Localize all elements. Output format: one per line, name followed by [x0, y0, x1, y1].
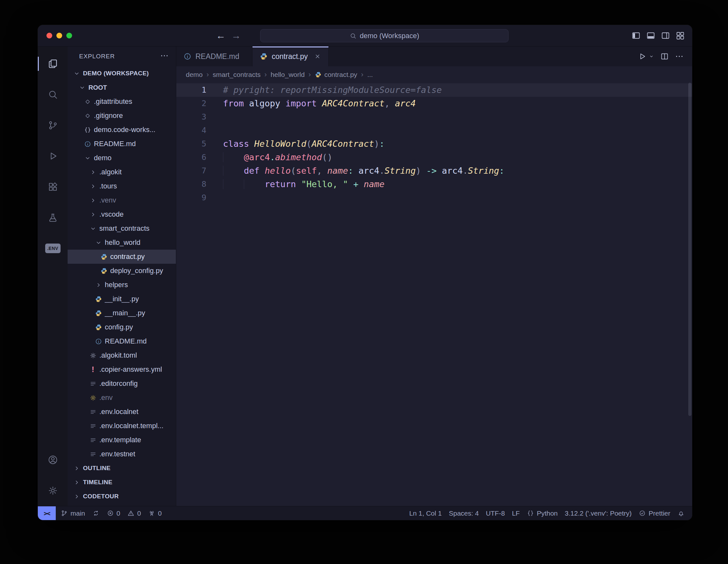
tree-item-algokit[interactable]: .algokit [68, 165, 176, 179]
tree-item-main-py[interactable]: __main__.py [68, 306, 176, 320]
breadcrumb-smart-contracts[interactable]: smart_contracts [213, 71, 261, 79]
tree-item-env-testnet[interactable]: .env.testnet [68, 447, 176, 461]
forward-button[interactable]: → [231, 30, 241, 41]
activity-manage[interactable] [38, 475, 68, 506]
code-editor[interactable]: 1# pyright: reportMissingModuleSource=fa… [176, 83, 692, 506]
tree-item-vscode[interactable]: .vscode [68, 207, 176, 221]
status-git-branch[interactable]: main [57, 506, 89, 520]
status-sync-changes[interactable] [89, 506, 103, 520]
tree-item-deploy-config-py[interactable]: deploy_config.py [68, 264, 176, 278]
activity-explorer[interactable] [38, 48, 68, 79]
code-line-7[interactable]: 7 def hello(self, name: arc4.String) -> … [176, 164, 692, 178]
breadcrumb-contract-py[interactable]: contract.py [315, 71, 357, 79]
tree-item-contract-py[interactable]: contract.py [68, 250, 176, 264]
tree-item-env-localnet-templ[interactable]: .env.localnet.templ... [68, 419, 176, 433]
activity-accounts[interactable] [38, 444, 68, 475]
editor-scrollbar[interactable] [688, 83, 691, 416]
code-line-5[interactable]: 5class HelloWorld(ARC4Contract): [176, 137, 692, 151]
tree-item-tours[interactable]: .tours [68, 179, 176, 193]
tree-item-hello-world[interactable]: hello_world [68, 236, 176, 250]
status-remote-indicator[interactable]: >< [38, 506, 56, 520]
section-label: OUTLINE [83, 465, 111, 472]
breadcrumb-label: ... [367, 71, 373, 79]
code-line-8[interactable]: 8 return "Hello, " + name [176, 178, 692, 191]
status-problems-warnings[interactable]: 0 [124, 506, 145, 520]
status-indentation[interactable]: Spaces: 4 [445, 506, 482, 520]
run-options-icon[interactable] [649, 54, 654, 59]
tab-readme-md[interactable]: README.md [176, 46, 252, 66]
toggle-secondary-sidebar-button[interactable] [661, 31, 670, 40]
tab-contract-py[interactable]: contract.py [252, 46, 329, 66]
code-line-3[interactable]: 3 [176, 110, 692, 124]
code-line-1[interactable]: 1# pyright: reportMissingModuleSource=fa… [176, 83, 692, 97]
breadcrumb-demo[interactable]: demo [186, 71, 203, 79]
search-label: demo (Workspace) [360, 32, 419, 40]
tree-item-env-template[interactable]: .env.template [68, 433, 176, 447]
tree-item-env-localnet[interactable]: .env.localnet [68, 405, 176, 419]
tree-item-demo[interactable]: demo [68, 151, 176, 165]
tree-item-helpers[interactable]: helpers [68, 278, 176, 292]
breadcrumb-more[interactable]: ... [367, 71, 373, 79]
breadcrumb-hello-world[interactable]: hello_world [271, 71, 305, 79]
chevron-down-icon [89, 225, 97, 232]
tree-item-editorconfig[interactable]: .editorconfig [68, 377, 176, 391]
code-token: # pyright: reportMissingModuleSource=fal… [223, 85, 442, 95]
more-actions-icon[interactable] [675, 52, 684, 61]
tree-item-demo-code-works[interactable]: demo.code-works... [68, 123, 176, 137]
tree-item-copier-answers-yml[interactable]: !.copier-answers.yml [68, 362, 176, 377]
customize-layout-button[interactable] [675, 31, 685, 40]
tree-item-smart-contracts[interactable]: smart_contracts [68, 221, 176, 236]
tree-item-venv[interactable]: .venv [68, 193, 176, 207]
status-python-interpreter[interactable]: 3.12.2 ('.venv': Poetry) [561, 506, 635, 520]
python-icon [100, 253, 108, 261]
tree-item-gitattributes[interactable]: .gitattributes [68, 95, 176, 109]
tree-item-demo-workspace[interactable]: DEMO (WORKSPACE) [68, 66, 176, 80]
customize-layout-icon [675, 31, 685, 40]
activity-dotenv[interactable]: .ENV [38, 233, 68, 264]
status-eol-sequence[interactable]: LF [509, 506, 524, 520]
split-editor-icon[interactable] [660, 52, 669, 61]
tree-item-algokit-toml[interactable]: .algokit.toml [68, 348, 176, 362]
code-line-2[interactable]: 2from algopy import ARC4Contract, arc4 [176, 97, 692, 110]
close-icon[interactable] [314, 53, 321, 60]
tree-item-gitignore[interactable]: .gitignore [68, 109, 176, 123]
toggle-primary-sidebar-button[interactable] [631, 31, 641, 40]
lines-icon [89, 422, 97, 430]
activity-extensions[interactable] [38, 171, 68, 202]
tab-label: contract.py [272, 52, 308, 61]
section-timeline[interactable]: TIMELINE [68, 475, 176, 489]
breadcrumb-separator-icon: › [264, 71, 267, 79]
activity-run-and-debug[interactable] [38, 141, 68, 171]
python-icon [260, 52, 268, 61]
tree-item-env[interactable]: .env [68, 391, 176, 405]
gear-file-icon [89, 394, 97, 402]
window-close-button[interactable] [46, 33, 52, 38]
tree-item-root[interactable]: ROOT [68, 80, 176, 95]
activity-source-control[interactable] [38, 110, 68, 141]
code-line-9[interactable]: 9 [176, 191, 692, 204]
run-file-icon[interactable] [638, 52, 647, 61]
toggle-panel-button[interactable] [646, 31, 656, 40]
window-minimize-button[interactable] [56, 33, 62, 38]
tree-item-readme-md[interactable]: README.md [68, 334, 176, 348]
status-cursor-position[interactable]: Ln 1, Col 1 [406, 506, 445, 520]
back-button[interactable]: ← [216, 30, 226, 41]
tree-item-init-py[interactable]: __init__.py [68, 292, 176, 306]
tree-item-config-py[interactable]: config.py [68, 320, 176, 334]
section-outline[interactable]: OUTLINE [68, 461, 176, 475]
section-codetour[interactable]: CODETOUR [68, 489, 176, 503]
status-problems-errors[interactable]: 0 [103, 506, 124, 520]
code-line-4[interactable]: 4 [176, 124, 692, 137]
code-line-6[interactable]: 6 @arc4.abimethod() [176, 151, 692, 164]
activity-testing[interactable] [38, 202, 68, 233]
activity-search[interactable] [38, 79, 68, 110]
status-encoding[interactable]: UTF-8 [482, 506, 509, 520]
status-prettier[interactable]: Prettier [635, 506, 674, 520]
tree-item-readme-md[interactable]: README.md [68, 137, 176, 151]
status-ports[interactable]: 0 [145, 506, 165, 520]
command-center-search[interactable]: demo (Workspace) [260, 29, 509, 42]
window-zoom-button[interactable] [66, 33, 72, 38]
status-language-mode[interactable]: Python [523, 506, 561, 520]
status-notifications[interactable] [674, 506, 688, 520]
views-and-more-actions-icon[interactable] [160, 51, 169, 60]
